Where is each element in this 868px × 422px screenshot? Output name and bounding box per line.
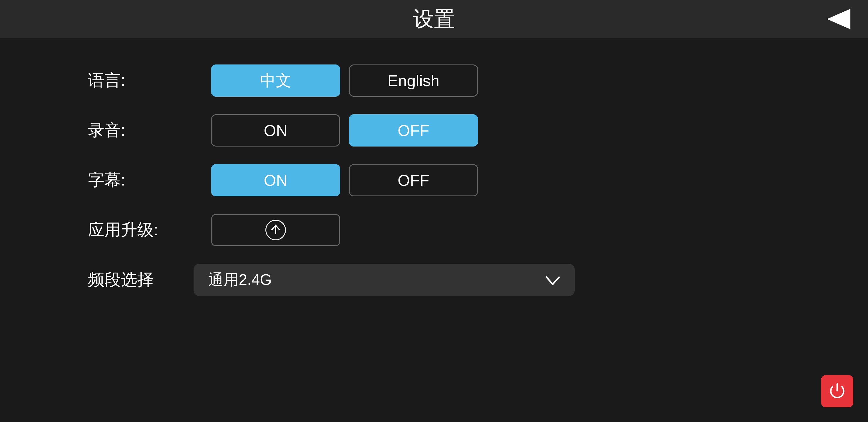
language-controls: 中文 English: [211, 64, 478, 97]
recording-row: 录音: ON OFF: [59, 105, 809, 155]
back-button[interactable]: [827, 9, 850, 29]
chevron-down-icon: [546, 271, 560, 288]
language-english-button[interactable]: English: [349, 64, 478, 97]
language-label: 语言:: [88, 69, 211, 92]
recording-on-button[interactable]: ON: [211, 114, 340, 147]
page-title: 设置: [413, 5, 455, 33]
recording-label: 录音:: [88, 119, 211, 141]
subtitle-label: 字幕:: [88, 169, 211, 191]
frequency-label: 频段选择: [88, 269, 193, 291]
recording-off-button[interactable]: OFF: [349, 114, 478, 147]
frequency-value: 通用2.4G: [208, 270, 272, 290]
frequency-row: 频段选择 通用2.4G: [59, 255, 809, 305]
header: 设置: [0, 0, 868, 38]
back-icon: [827, 9, 850, 29]
subtitle-on-button[interactable]: ON: [211, 164, 340, 196]
upload-arrow-icon: [270, 224, 281, 236]
language-chinese-button[interactable]: 中文: [211, 64, 340, 97]
svg-marker-0: [827, 9, 850, 29]
frequency-dropdown[interactable]: 通用2.4G: [193, 264, 575, 296]
upgrade-label: 应用升级:: [88, 219, 211, 241]
upgrade-button[interactable]: [211, 214, 340, 246]
settings-content: 语言: 中文 English 录音: ON OFF 字幕: ON: [0, 38, 868, 322]
subtitle-off-button[interactable]: OFF: [349, 164, 478, 196]
subtitle-row: 字幕: ON OFF: [59, 155, 809, 205]
frequency-controls: 通用2.4G: [193, 264, 575, 296]
recording-controls: ON OFF: [211, 114, 478, 147]
upgrade-controls: [211, 214, 340, 246]
power-button[interactable]: [821, 375, 853, 407]
upload-icon: [266, 220, 286, 240]
power-icon: [829, 383, 846, 400]
language-row: 语言: 中文 English: [59, 56, 809, 105]
subtitle-controls: ON OFF: [211, 164, 478, 196]
upgrade-row: 应用升级:: [59, 205, 809, 255]
